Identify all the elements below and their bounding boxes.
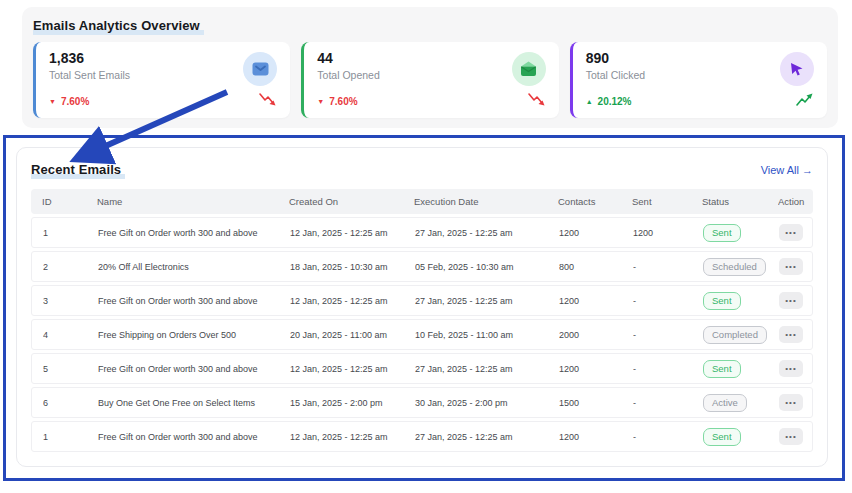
table-row: 5 Free Gift on Order worth 300 and above…: [31, 353, 813, 384]
cell-id: 3: [43, 296, 98, 306]
stat-card-total-sent: 1,836 Total Sent Emails ▼ 7.60%: [33, 42, 290, 118]
trend-up-icon: [796, 92, 814, 110]
table-row: 3 Free Gift on Order worth 300 and above…: [31, 285, 813, 316]
cell-name: 20% Off All Electronics: [98, 262, 290, 272]
cell-name: Free Gift on Order worth 300 and above: [98, 228, 290, 238]
annotation-highlight-box: Recent Emails View All → ID Name Created…: [3, 135, 845, 481]
cell-contacts: 800: [559, 262, 633, 272]
column-header-name: Name: [97, 196, 289, 207]
cell-execution-date: 27 Jan, 2025 - 12:25 am: [415, 364, 559, 374]
table-row: 2 20% Off All Electronics 18 Jan, 2025 -…: [31, 251, 813, 282]
cell-id: 1: [43, 228, 98, 238]
cursor-icon: [780, 52, 814, 86]
status-badge: Sent: [703, 360, 741, 378]
cell-execution-date: 27 Jan, 2025 - 12:25 am: [415, 432, 559, 442]
status-badge: Completed: [703, 326, 767, 344]
trend-down-icon: [259, 92, 277, 110]
cell-execution-date: 27 Jan, 2025 - 12:25 am: [415, 228, 559, 238]
total-sent-label: Total Sent Emails: [49, 69, 130, 81]
table-header-row: ID Name Created On Execution Date Contac…: [31, 189, 813, 214]
stat-card-total-opened: 44 Total Opened ▼ 7.60%: [301, 42, 558, 118]
total-opened-change: ▼ 7.60%: [317, 96, 357, 107]
row-actions-button[interactable]: •••: [779, 224, 803, 241]
table-row: 1 Free Gift on Order worth 300 and above…: [31, 217, 813, 248]
analytics-panel: Emails Analytics Overview 1,836 Total Se…: [22, 7, 838, 128]
cell-name: Buy One Get One Free on Select Items: [98, 398, 290, 408]
cell-name: Free Gift on Order worth 300 and above: [98, 364, 290, 374]
cell-execution-date: 27 Jan, 2025 - 12:25 am: [415, 296, 559, 306]
trend-down-icon: [528, 92, 546, 110]
column-header-id: ID: [42, 196, 97, 207]
status-badge: Sent: [703, 224, 741, 242]
status-badge: Sent: [703, 292, 741, 310]
cell-sent: -: [633, 398, 703, 408]
total-clicked-label: Total Clicked: [586, 69, 646, 81]
cell-contacts: 2000: [559, 330, 633, 340]
cell-sent: -: [633, 296, 703, 306]
cell-sent: -: [633, 262, 703, 272]
cell-name: Free Shipping on Orders Over 500: [98, 330, 290, 340]
cell-id: 2: [43, 262, 98, 272]
cell-created-on: 18 Jan, 2025 - 10:30 am: [290, 262, 415, 272]
total-sent-value: 1,836: [49, 51, 130, 66]
row-actions-button[interactable]: •••: [779, 258, 803, 275]
cell-created-on: 12 Jan, 2025 - 12:25 am: [290, 228, 415, 238]
column-header-sent: Sent: [632, 196, 702, 207]
status-badge: Scheduled: [703, 258, 766, 276]
cell-created-on: 12 Jan, 2025 - 12:25 am: [290, 296, 415, 306]
column-header-contacts: Contacts: [558, 196, 632, 207]
row-actions-button[interactable]: •••: [779, 428, 803, 445]
table-body: 1 Free Gift on Order worth 300 and above…: [31, 217, 813, 452]
cell-sent: 1200: [633, 228, 703, 238]
cell-sent: -: [633, 432, 703, 442]
column-header-status: Status: [702, 196, 778, 207]
table-row: 4 Free Shipping on Orders Over 500 20 Ja…: [31, 319, 813, 350]
cell-execution-date: 05 Feb, 2025 - 10:30 am: [415, 262, 559, 272]
column-header-created-on: Created On: [289, 196, 414, 207]
cell-name: Free Gift on Order worth 300 and above: [98, 296, 290, 306]
cell-sent: -: [633, 364, 703, 374]
cell-created-on: 20 Jan, 2025 - 11:00 am: [290, 330, 415, 340]
recent-emails-table: ID Name Created On Execution Date Contac…: [31, 189, 813, 452]
total-clicked-value: 890: [586, 51, 646, 66]
envelope-icon: [243, 52, 277, 86]
cell-id: 1: [43, 432, 98, 442]
recent-emails-card: Recent Emails View All → ID Name Created…: [16, 147, 828, 467]
total-opened-label: Total Opened: [317, 69, 379, 81]
cell-name: Free Gift on Order worth 300 and above: [98, 432, 290, 442]
status-badge: Active: [703, 394, 747, 412]
cell-execution-date: 10 Feb, 2025 - 11:00 am: [415, 330, 559, 340]
cell-execution-date: 30 Jan, 2025 - 2:00 pm: [415, 398, 559, 408]
row-actions-button[interactable]: •••: [779, 360, 803, 377]
view-all-link[interactable]: View All →: [761, 164, 813, 176]
total-clicked-change: ▲ 20.12%: [586, 96, 632, 107]
total-opened-value: 44: [317, 51, 379, 66]
cell-contacts: 1200: [559, 364, 633, 374]
total-sent-change: ▼ 7.60%: [49, 96, 89, 107]
recent-emails-title: Recent Emails: [31, 162, 125, 179]
cell-id: 5: [43, 364, 98, 374]
column-header-execution-date: Execution Date: [414, 196, 558, 207]
envelope-open-icon: [512, 52, 546, 86]
stat-card-total-clicked: 890 Total Clicked ▲ 20.12%: [570, 42, 827, 118]
cell-id: 4: [43, 330, 98, 340]
row-actions-button[interactable]: •••: [779, 292, 803, 309]
analytics-title: Emails Analytics Overview: [33, 18, 204, 35]
cell-id: 6: [43, 398, 98, 408]
row-actions-button[interactable]: •••: [779, 394, 803, 411]
status-badge: Sent: [703, 428, 741, 446]
cell-contacts: 1200: [559, 296, 633, 306]
table-row: 1 Free Gift on Order worth 300 and above…: [31, 421, 813, 452]
cell-created-on: 12 Jan, 2025 - 12:25 am: [290, 364, 415, 374]
cell-created-on: 15 Jan, 2025 - 2:00 pm: [290, 398, 415, 408]
cell-contacts: 1500: [559, 398, 633, 408]
stat-cards-row: 1,836 Total Sent Emails ▼ 7.60%: [33, 42, 827, 118]
cell-contacts: 1200: [559, 432, 633, 442]
cell-contacts: 1200: [559, 228, 633, 238]
cell-sent: -: [633, 330, 703, 340]
table-row: 6 Buy One Get One Free on Select Items 1…: [31, 387, 813, 418]
row-actions-button[interactable]: •••: [779, 326, 803, 343]
cell-created-on: 12 Jan, 2025 - 12:25 am: [290, 432, 415, 442]
column-header-action: Action: [778, 196, 813, 207]
